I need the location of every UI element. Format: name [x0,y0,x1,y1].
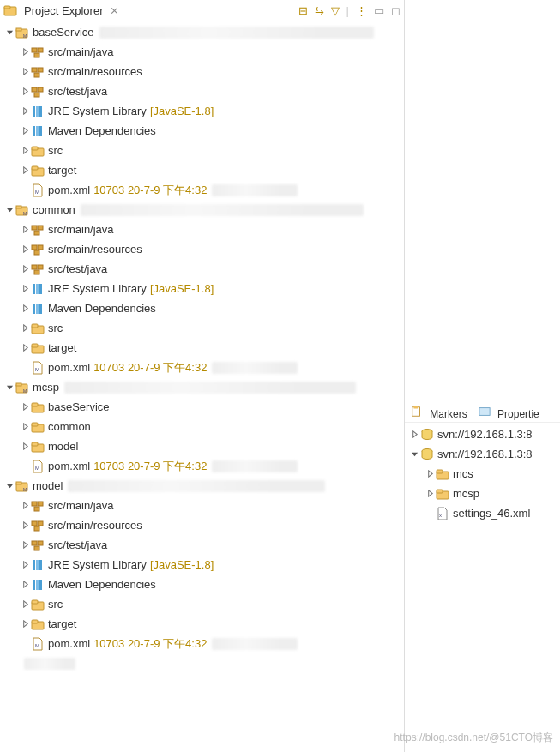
tree-item-src-main-java[interactable]: src/main/java [0,220,404,239]
repo-item-mcs[interactable]: mcs [405,464,560,484]
expand-arrow-icon[interactable] [19,421,31,433]
tree-item-src[interactable]: src [0,318,404,338]
expand-arrow-icon[interactable] [19,165,31,177]
tree-item-jre-system-library[interactable]: JRE System Library[JavaSE-1.8] [0,555,404,575]
tree-item-src-test-java[interactable]: src/test/java [0,81,404,101]
tree-item-label: src/main/java [48,45,114,58]
tree-item-jre-system-library[interactable]: JRE System Library[JavaSE-1.8] [0,101,404,121]
svg-rect-62 [38,502,43,506]
tree-item-label: src/main/resources [48,65,142,78]
expand-arrow-icon[interactable] [19,539,31,551]
tree-item-src-main-resources[interactable]: src/main/resources [0,62,404,81]
tree-item-pom-xml[interactable]: Mpom.xml10703 20-7-9 下午4:32 [0,456,404,476]
expand-arrow-icon[interactable] [19,244,31,256]
filter-icon[interactable]: ▽ [331,4,340,17]
project-common[interactable]: Mcommon [0,200,404,220]
tree-item-maven-dependencies[interactable]: Maven Dependencies [0,575,404,594]
svg-rect-23 [32,166,38,170]
tree-item-common[interactable]: common [0,417,404,436]
tree-item-target[interactable]: target [0,338,404,358]
folder-icon [31,420,45,434]
expand-arrow-icon[interactable] [19,46,31,58]
svn-repo-1[interactable]: svn://192.168.1.3:8 [405,444,560,464]
expand-arrow-icon[interactable] [19,559,31,571]
expand-arrow-icon[interactable] [19,145,31,157]
properties-icon [478,405,491,418]
repo-item-mcsp[interactable]: mcsp [405,484,560,503]
tree-item-pom-xml[interactable]: Mpom.xml10703 20-7-9 下午4:32 [0,180,404,200]
tree-item-target[interactable]: target [0,614,404,634]
svg-rect-61 [32,502,37,506]
tree-item-src-main-resources[interactable]: src/main/resources [0,239,404,259]
tab-properties[interactable]: Propertie [478,405,539,420]
tree-item-maven-dependencies[interactable]: Maven Dependencies [0,298,404,318]
tree-item-target[interactable]: target [0,160,404,180]
expand-arrow-icon[interactable] [424,468,436,480]
expand-arrow-icon[interactable] [408,448,420,460]
expand-arrow-icon[interactable] [408,429,420,441]
pkgroot-icon [31,223,45,237]
svg-rect-38 [36,284,39,294]
expand-arrow-icon[interactable] [19,441,31,453]
tree-item-pom-xml[interactable]: Mpom.xml10703 20-7-9 下午4:32 [0,634,404,653]
expand-arrow-icon[interactable] [19,520,31,532]
tree-item-jre-system-library[interactable]: JRE System Library[JavaSE-1.8] [0,279,404,298]
expand-arrow-icon[interactable] [19,125,31,137]
svn-repo-tree[interactable]: svn://192.168.1.3:8svn://192.168.1.3:8mc… [405,423,560,752]
tree-item-src-main-java[interactable]: src/main/java [0,496,404,515]
tree-item-src[interactable]: src [0,141,404,160]
expand-arrow-icon[interactable] [19,579,31,591]
expand-arrow-icon[interactable] [19,618,31,630]
close-icon[interactable]: ⨯ [110,4,119,17]
tree-item-model[interactable]: model [0,436,404,456]
expand-arrow-icon[interactable] [19,105,31,117]
svg-rect-29 [38,226,43,230]
view-menu-icon[interactable]: ⋮ [356,4,367,17]
project-baseService[interactable]: MbaseService [0,22,404,42]
tree-item-src-main-resources[interactable]: src/main/resources [0,515,404,535]
tree-item-src-main-java[interactable]: src/main/java [0,42,404,62]
repo-item-settings-46-xml[interactable]: xsettings_46.xml [405,503,560,523]
project-mcsp[interactable]: Mmcsp [0,377,404,397]
svn-repo-0[interactable]: svn://192.168.1.3:8 [405,424,560,444]
expand-arrow-icon[interactable] [19,599,31,611]
svg-rect-74 [36,580,39,590]
svg-text:M: M [35,643,39,648]
expand-arrow-icon[interactable] [19,86,31,98]
expand-arrow-icon[interactable] [19,322,31,334]
project-tree[interactable]: MbaseServicesrc/main/javasrc/main/resour… [0,21,404,752]
expand-arrow-icon[interactable] [19,401,31,413]
file-icon: M [31,361,45,375]
folder-icon [31,617,45,631]
tree-item-label: src [48,598,63,611]
expand-arrow-icon[interactable] [3,382,15,394]
maximize-icon[interactable]: ◻ [391,4,400,17]
expand-arrow-icon[interactable] [3,480,15,492]
tree-item-src[interactable]: src [0,594,404,614]
folder-icon [31,322,45,335]
expand-arrow-icon[interactable] [19,263,31,275]
expand-arrow-icon[interactable] [3,27,15,39]
view-title: Project Explorer [24,4,103,17]
svg-rect-63 [34,507,39,511]
collapse-all-icon[interactable]: ⊟ [298,4,308,17]
expand-arrow-icon[interactable] [19,500,31,512]
tree-item-maven-dependencies[interactable]: Maven Dependencies [0,121,404,141]
expand-arrow-icon[interactable] [3,204,15,216]
link-editor-icon[interactable]: ⇆ [315,4,324,17]
expand-arrow-icon[interactable] [424,488,436,500]
svg-rect-64 [32,521,37,526]
tab-markers[interactable]: Markers [410,405,467,420]
tree-item-pom-xml[interactable]: Mpom.xml10703 20-7-9 下午4:32 [0,358,404,377]
project-model[interactable]: Mmodel [0,476,404,496]
expand-arrow-icon[interactable] [19,342,31,354]
minimize-icon[interactable]: ▭ [374,4,384,17]
tree-item-src-test-java[interactable]: src/test/java [0,535,404,555]
expand-arrow-icon[interactable] [19,66,31,78]
expand-arrow-icon[interactable] [19,224,31,236]
tree-item-baseservice[interactable]: baseService [0,397,404,417]
expand-arrow-icon[interactable] [19,283,31,295]
expand-arrow-icon[interactable] [19,303,31,315]
tree-item-src-test-java[interactable]: src/test/java [0,259,404,279]
pkgroot-icon [31,538,45,552]
